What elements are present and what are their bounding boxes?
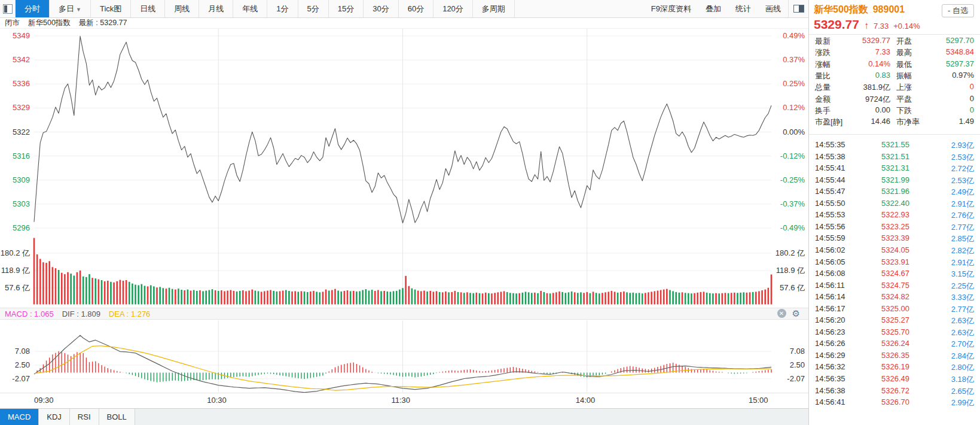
field-label: 量比: [815, 71, 831, 81]
tick-price: 5321.51: [881, 152, 909, 161]
field-label: 换手: [815, 105, 831, 116]
stock-app-window: 分时多日▼Tick图日线周线月线年线1分5分15分30分60分120分多周期 F…: [0, 0, 980, 425]
tick-volume: 2.77亿: [951, 222, 974, 233]
tick-price: 5324.82: [881, 292, 909, 301]
dif-value-label: DIF : 1.809: [62, 309, 100, 318]
tick-time: 14:55:56: [815, 222, 845, 231]
field-value: 7.33: [875, 47, 890, 56]
tick-volume: 2.82亿: [951, 245, 974, 256]
field-value: 0: [970, 82, 974, 91]
field-label: 最高: [896, 47, 912, 58]
quote-field-row: 换手0.00下跌0: [809, 105, 980, 117]
indicator-tab-BOLL[interactable]: BOLL: [99, 409, 135, 425]
last-price: 5329.77: [814, 17, 859, 32]
tick-price: 5321.55: [881, 140, 909, 149]
gear-icon[interactable]: ⚙: [792, 309, 800, 318]
tick-price: 5321.99: [881, 175, 909, 184]
quote-field-row: 涨跌7.33最高5348.84: [809, 47, 980, 59]
tick-row: 14:55:385321.512.53亿: [809, 152, 980, 163]
tick-time: 14:55:59: [815, 233, 845, 242]
quote-field-row: 金额9724亿平盘0: [809, 94, 980, 105]
tick-volume: 2.65亿: [951, 386, 974, 397]
tick-row: 14:56:325326.192.80亿: [809, 362, 980, 374]
tick-price: 5323.91: [881, 257, 909, 266]
tick-row: 14:56:085324.673.15亿: [809, 269, 980, 280]
tick-time: 14:56:02: [815, 245, 845, 254]
tick-volume: 2.72亿: [951, 163, 974, 174]
time-axis: 09:3010:3011:3014:0015:00: [0, 393, 808, 408]
watchlist-remove-button[interactable]: - 自选: [942, 4, 974, 17]
quote-field-row: 最新5329.77开盘5297.70: [809, 36, 980, 47]
tick-volume: 2.99亿: [951, 397, 974, 408]
close-indicator-icon[interactable]: ✕: [777, 309, 786, 318]
tick-volume: 2.63亿: [951, 327, 974, 338]
tick-volume: 2.80亿: [951, 362, 974, 373]
tick-row: 14:56:235325.702.63亿: [809, 327, 980, 339]
tick-price: 5326.35: [881, 351, 909, 360]
tick-row: 14:56:295326.352.84亿: [809, 351, 980, 362]
tick-time: 14:55:41: [815, 163, 845, 172]
time-label-14:00: 14:00: [576, 396, 596, 405]
quote-price-row: 5329.77 ↑ 7.33 +0.14%: [814, 17, 920, 32]
tick-row: 14:56:265326.242.70亿: [809, 339, 980, 350]
time-label-11:30: 11:30: [392, 396, 411, 405]
indicator-tab-KDJ[interactable]: KDJ: [39, 409, 70, 425]
tick-time: 14:56:17: [815, 304, 845, 313]
field-value: 5329.77: [862, 36, 890, 45]
tick-row: 14:55:535322.932.76亿: [809, 210, 980, 221]
tick-list[interactable]: 14:55:355321.552.93亿14:55:385321.512.53亿…: [809, 138, 980, 414]
tick-row: 14:56:115324.752.25亿: [809, 281, 980, 292]
field-value: 5297.37: [946, 59, 974, 68]
tick-time: 14:56:23: [815, 327, 845, 336]
tick-price: 5325.27: [881, 315, 909, 324]
tick-volume: 2.53亿: [951, 175, 974, 186]
tick-volume: 2.93亿: [951, 140, 974, 151]
tick-row: 14:56:055323.912.91亿: [809, 257, 980, 269]
field-label: 市盈[静]: [815, 117, 842, 128]
tick-time: 14:56:08: [815, 269, 845, 278]
macd-value-label: MACD : 1.065: [5, 309, 54, 318]
tick-row: 14:56:175325.002.77亿: [809, 304, 980, 315]
tick-volume: 2.84亿: [951, 351, 974, 362]
tick-row: 14:55:595323.392.85亿: [809, 233, 980, 245]
indicator-tab-MACD[interactable]: MACD: [0, 409, 39, 425]
stock-name: 新华500指数: [814, 4, 868, 14]
field-value: 0: [970, 105, 974, 114]
price-change-percent: +0.14%: [893, 22, 920, 31]
tick-row: 14:55:475321.962.49亿: [809, 187, 980, 198]
tick-time: 14:56:29: [815, 351, 845, 360]
field-value: 5297.70: [946, 36, 974, 45]
tick-time: 14:55:47: [815, 187, 845, 196]
field-label: 平盘: [896, 94, 912, 105]
field-value: 1.49: [959, 117, 974, 126]
quote-field-row: 市盈[静]14.46市净率1.49: [809, 117, 980, 128]
field-label: 市净率: [896, 117, 920, 128]
field-value: 0.14%: [868, 59, 890, 68]
tick-row: 14:55:445321.992.53亿: [809, 175, 980, 187]
tick-price: 5325.70: [881, 327, 909, 336]
tick-price: 5323.39: [881, 233, 909, 242]
tick-volume: 2.77亿: [951, 304, 974, 315]
tick-time: 14:56:26: [815, 339, 845, 348]
tick-volume: 2.49亿: [951, 187, 974, 198]
tick-price: 5326.72: [881, 386, 909, 395]
tick-price: 5322.93: [881, 210, 909, 219]
tick-price: 5321.96: [881, 187, 909, 196]
macd-header-bar: MACD : 1.065 DIF : 1.809 DEA : 1.276 ✕ ⚙: [0, 308, 808, 320]
quote-field-row: 量比0.83振幅0.97%: [809, 71, 980, 82]
tick-price: 5326.70: [881, 397, 909, 406]
intraday-chart-svg[interactable]: [0, 0, 808, 393]
tick-time: 14:55:50: [815, 199, 845, 208]
tick-time: 14:55:35: [815, 140, 845, 149]
tick-time: 14:56:05: [815, 257, 845, 266]
tick-time: 14:56:20: [815, 315, 845, 324]
tick-time: 14:56:38: [815, 386, 845, 395]
field-label: 金额: [815, 94, 831, 105]
tick-row: 14:56:355326.493.18亿: [809, 374, 980, 385]
tick-price: 5322.40: [881, 199, 909, 208]
time-label-09:30: 09:30: [34, 396, 54, 405]
indicator-tab-RSI[interactable]: RSI: [70, 409, 99, 425]
tick-row: 14:55:355321.552.93亿: [809, 140, 980, 151]
field-label: 最新: [815, 36, 831, 47]
quote-field-row: 总量381.9亿上涨0: [809, 82, 980, 93]
